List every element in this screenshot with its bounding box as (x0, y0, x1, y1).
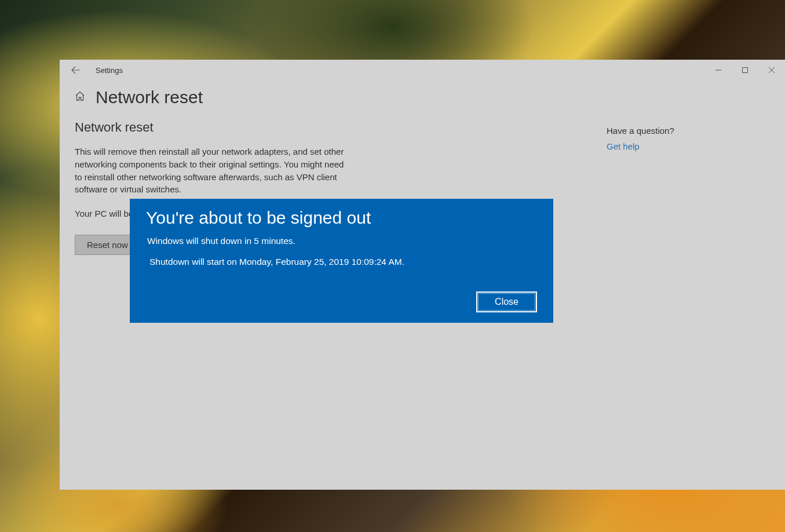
section-description: This will remove then reinstall all your… (75, 145, 353, 196)
signout-dialog: You're about to be signed out Windows wi… (130, 199, 553, 323)
window-title: Settings (96, 66, 123, 75)
section-heading: Network reset (75, 120, 422, 135)
back-arrow-icon (71, 65, 81, 75)
back-button[interactable] (65, 60, 86, 81)
help-heading: Have a question? (607, 126, 674, 136)
titlebar: Settings (60, 60, 785, 81)
svg-rect-1 (743, 68, 748, 73)
close-icon (769, 67, 775, 73)
dialog-title: You're about to be signed out (146, 208, 537, 228)
dialog-close-button[interactable]: Close (476, 291, 537, 312)
page-title: Network reset (96, 88, 203, 107)
get-help-link[interactable]: Get help (607, 141, 674, 151)
page-header: Network reset (75, 88, 422, 107)
maximize-button[interactable] (732, 60, 758, 81)
dialog-message-2: Shutdown will start on Monday, February … (149, 257, 537, 267)
dialog-message-1: Windows will shut down in 5 minutes. (147, 236, 537, 246)
window-controls (705, 60, 785, 81)
home-icon (75, 91, 85, 101)
minimize-icon (715, 67, 721, 73)
maximize-icon (742, 67, 748, 73)
minimize-button[interactable] (705, 60, 732, 81)
dialog-actions: Close (146, 291, 537, 312)
home-button[interactable] (75, 91, 85, 104)
close-window-button[interactable] (758, 60, 785, 81)
help-pane: Have a question? Get help (607, 126, 674, 151)
